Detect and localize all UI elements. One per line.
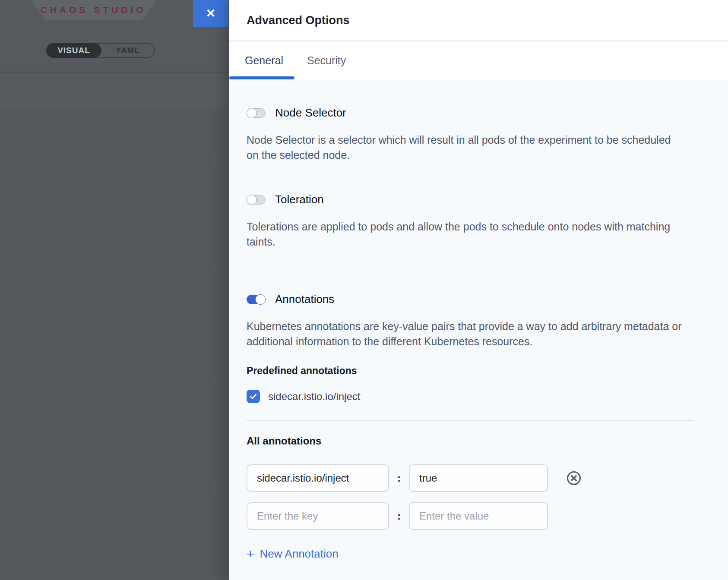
toleration-toggle[interactable]	[247, 195, 266, 205]
annotation-value-input[interactable]	[409, 464, 548, 492]
toleration-description: Tolerations are applied to pods and allo…	[247, 219, 683, 249]
tab-general[interactable]: General	[245, 54, 283, 67]
toggle-knob	[247, 195, 257, 205]
annotations-toggle[interactable]	[247, 295, 266, 304]
drawer-close-button[interactable]: ✕	[193, 0, 228, 27]
section-divider	[247, 420, 694, 421]
toggle-knob	[255, 294, 266, 305]
remove-annotation-button[interactable]	[566, 470, 582, 486]
new-annotation-button[interactable]: + New Annotation	[247, 547, 339, 561]
annotations-label: Annotations	[275, 293, 334, 306]
key-value-separator: :	[397, 510, 401, 522]
drawer-title: Advanced Options	[247, 14, 350, 27]
experiment-canvas	[0, 109, 229, 580]
node-selector-toggle[interactable]	[247, 108, 266, 118]
tab-visual[interactable]: VISUAL	[46, 43, 101, 58]
checkmark-icon	[249, 392, 257, 400]
annotation-key-input[interactable]	[247, 464, 389, 492]
all-annotations-heading: All annotations	[247, 435, 694, 447]
canvas-toolbar-strip	[0, 73, 229, 109]
drawer-tabbar: General Security	[229, 41, 728, 79]
plus-icon: +	[247, 548, 254, 561]
annotation-row: :	[247, 464, 694, 492]
general-tab-content: Node Selector Node Selector is a selecto…	[229, 79, 728, 580]
new-annotation-label: New Annotation	[260, 547, 339, 561]
annotation-value-input[interactable]	[409, 502, 548, 530]
annotations-section: Annotations Kubernetes annotations are k…	[247, 293, 694, 349]
sidecar-inject-checkbox[interactable]	[247, 390, 260, 403]
predefined-annotations-heading: Predefined annotations	[247, 365, 694, 377]
remove-circle-x-icon	[566, 470, 582, 486]
tab-security[interactable]: Security	[307, 54, 346, 67]
brand-title: CHAOS STUDIO	[40, 5, 146, 15]
advanced-options-drawer: Advanced Options General Security Node S…	[229, 0, 728, 580]
chaos-studio-banner: CHAOS STUDIO	[30, 0, 156, 20]
toggle-knob	[247, 108, 257, 118]
toleration-section: Toleration Tolerations are applied to po…	[247, 193, 694, 249]
node-selector-label: Node Selector	[275, 106, 346, 120]
annotations-description: Kubernetes annotations are key-value pai…	[247, 319, 683, 349]
tab-yaml[interactable]: YAML	[101, 44, 154, 57]
annotation-key-input[interactable]	[247, 502, 389, 530]
visual-yaml-switch: VISUAL YAML	[46, 43, 155, 58]
active-tab-underline	[229, 76, 294, 79]
drawer-header: Advanced Options	[229, 0, 728, 41]
annotation-row: :	[247, 502, 694, 530]
toleration-label: Toleration	[275, 193, 324, 206]
key-value-separator: :	[397, 472, 401, 484]
node-selector-description: Node Selector is a selector which will r…	[247, 132, 683, 163]
close-icon: ✕	[206, 6, 216, 20]
predefined-annotation-item: sidecar.istio.io/inject	[247, 390, 694, 403]
sidecar-inject-checkbox-label: sidecar.istio.io/inject	[268, 391, 360, 403]
node-selector-section: Node Selector Node Selector is a selecto…	[247, 106, 694, 163]
